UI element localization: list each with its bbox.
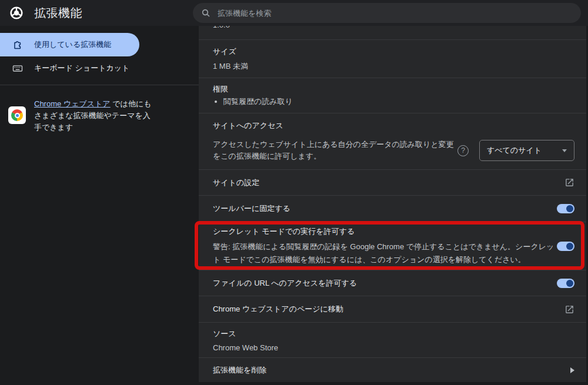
chevron-down-icon [562, 149, 567, 152]
search-input[interactable] [216, 8, 573, 18]
sidebar-item-keyboard-shortcuts[interactable]: キーボード ショートカット [0, 56, 199, 80]
help-icon[interactable]: ? [457, 145, 469, 156]
incognito-label: シークレット モードでの実行を許可する [213, 226, 557, 237]
pin-toolbar-label: ツールバーに固定する [213, 203, 290, 214]
pin-toolbar-row: ツールバーに固定する [199, 195, 586, 222]
site-access-row: サイトへのアクセス アクセスしたウェブサイト上にある自分の全データの読み取りと変… [199, 113, 586, 169]
keyboard-icon [12, 62, 24, 74]
permissions-label: 権限 [213, 84, 228, 95]
size-value: 1 MB 未満 [213, 61, 248, 72]
site-settings-row[interactable]: サイトの設定 [199, 169, 586, 195]
page-title: 拡張機能 [34, 5, 82, 21]
web-store-page-row[interactable]: Chrome ウェブストアのページに移動 [199, 296, 586, 322]
header: 拡張機能 [0, 0, 588, 26]
open-in-new-icon [564, 304, 574, 314]
site-access-description: アクセスしたウェブサイト上にある自分の全データの読み取りと変更をこの拡張機能に許… [213, 139, 457, 162]
site-access-dropdown-value: すべてのサイト [487, 145, 542, 156]
version-text: 1.0.0 [213, 26, 230, 29]
source-row: ソース Chrome Web Store [199, 322, 586, 357]
detail-card: 1.0.0 サイズ 1 MB 未満 権限 閲覧履歴の読み取り サイトへのアクセス… [199, 26, 586, 382]
web-store-page-label: Chrome ウェブストアのページに移動 [213, 304, 343, 314]
permissions-list: 閲覧履歴の読み取り [213, 96, 293, 107]
site-access-dropdown[interactable]: すべてのサイト [479, 140, 574, 161]
chrome-web-store-icon [8, 106, 26, 124]
sidebar: 使用している拡張機能 キーボード ショートカット Chrome ウ [0, 26, 199, 385]
file-url-label: ファイルの URL へのアクセスを許可する [213, 278, 357, 289]
remove-extension-label: 拡張機能を削除 [213, 365, 266, 376]
sidebar-item-label: 使用している拡張機能 [34, 39, 111, 50]
size-label: サイズ [213, 46, 236, 57]
permissions-row: 権限 閲覧履歴の読み取り [199, 78, 586, 113]
permission-item: 閲覧履歴の読み取り [223, 96, 293, 107]
source-value: Chrome Web Store [213, 343, 278, 352]
size-row: サイズ 1 MB 未満 [199, 39, 586, 78]
extensions-page: 拡張機能 使用している拡張機能 [0, 0, 588, 385]
sidebar-item-my-extensions[interactable]: 使用している拡張機能 [0, 33, 139, 56]
version-row: 1.0.0 [199, 26, 586, 39]
incognito-toggle[interactable] [557, 242, 574, 251]
sidebar-item-label: キーボード ショートカット [34, 63, 129, 73]
incognito-row: シークレット モードでの実行を許可する 警告: 拡張機能による閲覧履歴の記録を … [199, 222, 586, 270]
extension-detail-panel: 1.0.0 サイズ 1 MB 未満 権限 閲覧履歴の読み取り サイトへのアクセス… [199, 26, 588, 385]
chrome-logo-icon [9, 6, 24, 20]
search-bar[interactable] [193, 3, 581, 23]
source-label: ソース [213, 329, 236, 339]
search-icon [201, 8, 211, 18]
file-url-row: ファイルの URL へのアクセスを許可する [199, 270, 586, 296]
web-store-promo: Chrome ウェブストア では他にもさまざまな拡張機能やテーマを入手できます [0, 85, 199, 133]
file-url-toggle[interactable] [557, 279, 574, 288]
pin-toolbar-toggle[interactable] [557, 204, 574, 213]
web-store-link[interactable]: Chrome ウェブストア [34, 99, 111, 108]
remove-extension-row[interactable]: 拡張機能を削除 [199, 357, 586, 382]
incognito-warning: 警告: 拡張機能による閲覧履歴の記録を Google Chrome で停止するこ… [213, 240, 557, 266]
open-in-new-icon [564, 178, 574, 188]
site-access-label: サイトへのアクセス [213, 120, 574, 131]
extension-puzzle-icon [12, 39, 24, 51]
web-store-promo-text: Chrome ウェブストア では他にもさまざまな拡張機能やテーマを入手できます [34, 98, 152, 133]
site-settings-label: サイトの設定 [213, 178, 259, 188]
chevron-right-icon [570, 367, 574, 373]
